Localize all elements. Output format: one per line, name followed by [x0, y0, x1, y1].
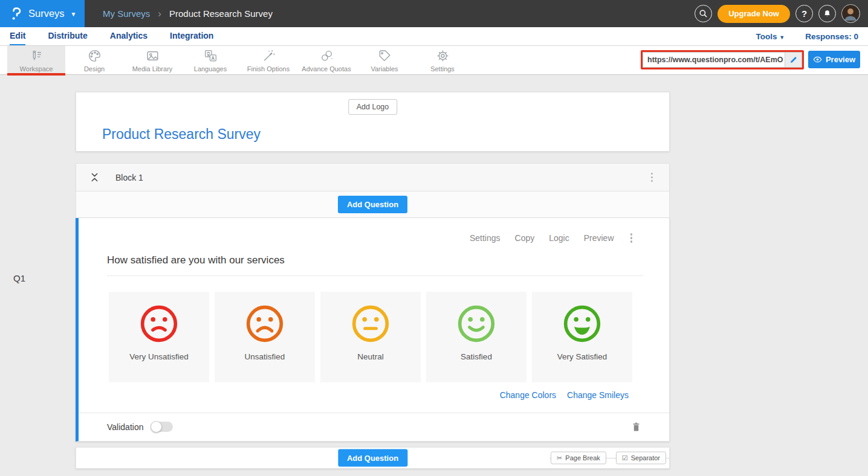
option-neutral[interactable]: Neutral — [320, 292, 421, 382]
product-switcher[interactable]: Surveys ▼ — [0, 0, 85, 27]
edit-url-button[interactable] — [785, 53, 802, 67]
advance-quotas-links-icon — [319, 48, 334, 63]
delete-question-button[interactable] — [632, 422, 641, 432]
tabrow-right: Tools ▼ Responses: 0 — [756, 32, 858, 41]
breadcrumb: My Surveys › Product Research Survey — [103, 8, 273, 20]
languages-icon — [203, 48, 218, 63]
option-very-satisfied[interactable]: Very Satisfied — [532, 292, 632, 382]
block-container: Block 1 Add Question Settings Copy Logic… — [76, 163, 670, 469]
option-very-unsatisfied[interactable]: Very Unsatisfied — [109, 292, 209, 382]
question-actions: Settings Copy Logic Preview — [79, 218, 669, 245]
smiley-very-satisfied-icon — [562, 304, 602, 344]
notifications-button[interactable] — [818, 5, 836, 22]
question-mark-icon: ? — [802, 8, 807, 19]
separator-button[interactable]: ☑ Separator — [616, 451, 666, 464]
eye-icon — [813, 56, 822, 63]
caret-down-icon: ▼ — [779, 34, 785, 40]
question-logic-link[interactable]: Logic — [549, 233, 569, 243]
tools-dropdown[interactable]: Tools ▼ — [756, 32, 785, 41]
smiley-satisfied-icon — [456, 304, 496, 344]
bell-icon — [823, 9, 832, 18]
breadcrumb-my-surveys[interactable]: My Surveys — [103, 8, 150, 19]
validation-label: Validation — [107, 422, 143, 432]
question-settings-link[interactable]: Settings — [470, 233, 500, 243]
avatar-photo — [842, 5, 859, 22]
tab-edit[interactable]: Edit — [10, 27, 25, 45]
collapse-block-icon[interactable] — [91, 172, 99, 182]
breadcrumb-current: Product Research Survey — [169, 8, 273, 19]
finish-options-wand-icon — [261, 48, 276, 63]
block-menu-kebab-icon[interactable] — [649, 171, 655, 184]
survey-editor-app: Surveys ▼ My Surveys › Product Research … — [0, 0, 868, 476]
question-menu-kebab-icon[interactable] — [629, 231, 635, 245]
tab-analytics[interactable]: Analytics — [110, 27, 147, 45]
pencil-icon — [789, 56, 798, 64]
question-card: Settings Copy Logic Preview How satisfie… — [76, 218, 670, 442]
workspace-canvas: Q1 Add Logo Product Research Survey Bloc… — [0, 92, 868, 476]
block-footer: Add Question ✂ Page Break ☑ Separator — [76, 447, 670, 469]
toolbar-item-finish-options[interactable]: Finish Options — [239, 46, 297, 74]
separator-checkbox-icon: ☑ — [622, 454, 628, 462]
search-icon — [699, 9, 708, 18]
survey-header-card: Add Logo Product Research Survey — [76, 92, 670, 152]
workspace-icon — [29, 48, 44, 63]
change-smileys-link[interactable]: Change Smileys — [567, 390, 629, 400]
survey-url-highlight — [641, 50, 804, 69]
question-copy-link[interactable]: Copy — [515, 233, 535, 243]
survey-nav-tabs: Edit Distribute Analytics Integration To… — [0, 27, 868, 46]
trash-icon — [632, 422, 641, 432]
top-bar: Surveys ▼ My Surveys › Product Research … — [0, 0, 868, 27]
tab-integration[interactable]: Integration — [170, 27, 213, 45]
add-question-button-bottom[interactable]: Add Question — [338, 449, 407, 466]
validation-toggle[interactable] — [151, 422, 173, 432]
help-button[interactable]: ? — [795, 5, 813, 22]
block-header: Block 1 — [76, 163, 670, 191]
variables-tag-icon — [377, 48, 392, 63]
add-question-button-top[interactable]: Add Question — [338, 196, 407, 213]
preview-button[interactable]: Preview — [808, 51, 860, 68]
toolbar-item-advance-quotas[interactable]: Advance Quotas — [297, 46, 355, 74]
toolbar-item-languages[interactable]: Languages — [181, 46, 239, 74]
smiley-neutral-icon — [351, 304, 390, 344]
media-library-icon — [145, 48, 160, 63]
questionpro-logo-icon — [10, 7, 22, 21]
breadcrumb-chevron-icon: › — [158, 8, 161, 20]
topbar-actions: Upgrade Now ? — [695, 4, 868, 23]
add-logo-button[interactable]: Add Logo — [348, 99, 398, 115]
option-unsatisfied[interactable]: Unsatisfied — [215, 292, 315, 382]
smiley-unsatisfied-icon — [245, 304, 285, 344]
tab-distribute[interactable]: Distribute — [48, 27, 87, 45]
smiley-customize-links: Change Colors Change Smileys — [79, 390, 629, 400]
toolbar-item-workspace[interactable]: Workspace — [7, 46, 65, 74]
toolbar-item-media-library[interactable]: Media Library — [123, 46, 181, 74]
block-title: Block 1 — [115, 173, 143, 182]
responses-count: Responses: 0 — [805, 32, 858, 41]
chevron-down-icon: ▼ — [71, 11, 77, 18]
toolbar-item-settings[interactable]: Settings — [413, 46, 471, 74]
search-button[interactable] — [695, 5, 712, 22]
design-palette-icon — [87, 48, 102, 63]
avatar[interactable] — [841, 4, 860, 23]
question-preview-link[interactable]: Preview — [584, 233, 614, 243]
toolbar-item-variables[interactable]: Variables — [355, 46, 413, 74]
smiley-options: Very Unsatisfied Unsatisfied Neutral — [109, 292, 669, 382]
survey-url-box — [643, 52, 802, 68]
smiley-very-unsatisfied-icon — [139, 304, 179, 344]
validation-row: Validation — [79, 413, 669, 441]
change-colors-link[interactable]: Change Colors — [500, 390, 556, 400]
page-break-button[interactable]: ✂ Page Break — [551, 451, 606, 464]
option-satisfied[interactable]: Satisfied — [426, 292, 526, 382]
survey-title[interactable]: Product Research Survey — [102, 126, 261, 143]
question-number-label: Q1 — [13, 273, 25, 283]
toolbar-item-design[interactable]: Design — [65, 46, 123, 74]
survey-url-input[interactable] — [643, 53, 785, 67]
editor-toolbar: Workspace Design Media Library Languages — [0, 46, 868, 75]
question-title[interactable]: How satisfied are you with our services — [107, 254, 643, 276]
upgrade-now-button[interactable]: Upgrade Now — [717, 5, 790, 23]
settings-gear-icon — [435, 48, 450, 63]
product-name: Surveys — [28, 8, 65, 19]
page-break-scissors-icon: ✂ — [557, 454, 562, 462]
add-question-row-top: Add Question — [76, 191, 670, 218]
insert-controls: ✂ Page Break ☑ Separator — [551, 451, 666, 464]
